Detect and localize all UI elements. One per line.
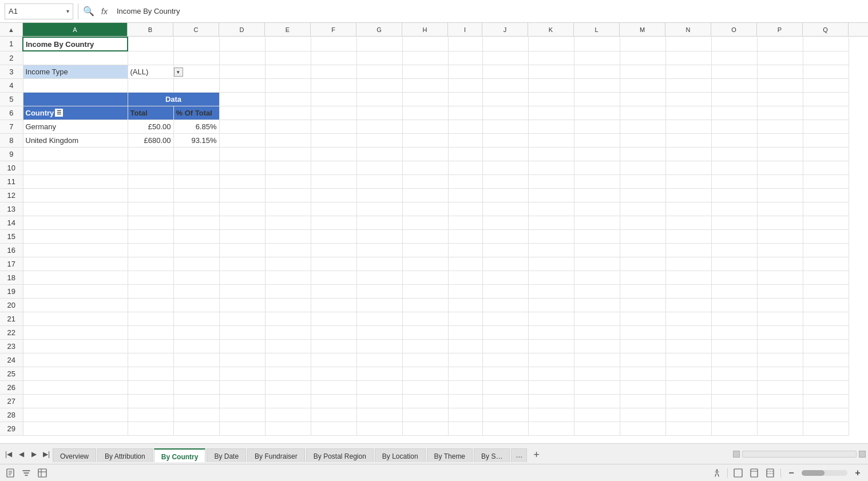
cell-n8[interactable] (665, 133, 711, 147)
cell-b8[interactable]: £680.00 (128, 133, 173, 147)
cell-h6[interactable] (402, 106, 448, 120)
filter-dropdown-arrow[interactable]: ▾ (174, 67, 183, 77)
zoom-icon[interactable]: 🔍 (83, 6, 94, 17)
formula-input[interactable] (114, 3, 863, 19)
cell-f2[interactable] (311, 51, 356, 65)
cell-i7[interactable] (448, 120, 482, 133)
h-scrollbar[interactable] (742, 451, 857, 458)
cell-h1[interactable] (402, 37, 448, 51)
cell-b1[interactable] (128, 37, 173, 51)
cell-l6[interactable] (574, 106, 620, 120)
cell-b4[interactable] (128, 78, 173, 92)
cell-k2[interactable] (528, 51, 574, 65)
col-header-a[interactable]: A (23, 23, 128, 36)
cell-o5[interactable] (711, 92, 757, 106)
cell-o2[interactable] (711, 51, 757, 65)
cell-o7[interactable] (711, 120, 757, 133)
cell-j8[interactable] (482, 133, 528, 147)
freeze-panes-icon[interactable] (37, 467, 48, 479)
cell-e8[interactable] (265, 133, 311, 147)
cell-k3[interactable] (528, 65, 574, 78)
col-header-j[interactable]: J (482, 23, 528, 36)
cell-a8[interactable]: United Kingdom (23, 133, 128, 147)
tab-nav-first[interactable]: |◀ (2, 448, 15, 460)
cell-g5[interactable] (356, 92, 402, 106)
col-header-m[interactable]: M (620, 23, 665, 36)
cell-f5[interactable] (311, 92, 356, 106)
cell-g1[interactable] (356, 37, 402, 51)
cell-q2[interactable] (803, 51, 849, 65)
cell-k6[interactable] (528, 106, 574, 120)
cell-a4[interactable] (23, 78, 128, 92)
cell-d6[interactable] (219, 106, 265, 120)
tab-more-button[interactable]: ··· (511, 448, 527, 462)
cell-b2[interactable] (128, 51, 173, 65)
col-header-f[interactable]: F (311, 23, 356, 36)
cell-i3[interactable] (448, 65, 482, 78)
cell-b5[interactable]: Data (128, 92, 219, 106)
cell-d2[interactable] (219, 51, 265, 65)
cell-p4[interactable] (757, 78, 803, 92)
cell-q1[interactable] (803, 37, 849, 51)
cell-m6[interactable] (620, 106, 665, 120)
cell-g2[interactable] (356, 51, 402, 65)
cell-l3[interactable] (574, 65, 620, 78)
cell-l4[interactable] (574, 78, 620, 92)
col-header-b[interactable]: B (128, 23, 173, 36)
cell-c4[interactable] (173, 78, 219, 92)
cell-j5[interactable] (482, 92, 528, 106)
cell-n4[interactable] (665, 78, 711, 92)
accessibility-icon[interactable] (711, 467, 723, 479)
cell-n3[interactable] (665, 65, 711, 78)
cell-a1[interactable]: Income By Country (23, 37, 128, 51)
cell-j6[interactable] (482, 106, 528, 120)
tab-by-s[interactable]: By S… (474, 448, 510, 462)
cell-f8[interactable] (311, 133, 356, 147)
tab-add-button[interactable]: + (528, 447, 544, 462)
tab-by-theme[interactable]: By Theme (427, 448, 473, 462)
cell-f4[interactable] (311, 78, 356, 92)
cell-l5[interactable] (574, 92, 620, 106)
cell-n2[interactable] (665, 51, 711, 65)
h-scroll-right[interactable] (859, 451, 866, 458)
cell-h4[interactable] (402, 78, 448, 92)
cell-g3[interactable] (356, 65, 402, 78)
page-break-button[interactable] (764, 467, 776, 479)
cell-m7[interactable] (620, 120, 665, 133)
cell-g8[interactable] (356, 133, 402, 147)
cell-n6[interactable] (665, 106, 711, 120)
col-header-q[interactable]: Q (803, 23, 849, 36)
col-header-n[interactable]: N (665, 23, 711, 36)
cell-g4[interactable] (356, 78, 402, 92)
col-header-d[interactable]: D (219, 23, 265, 36)
cell-b3[interactable]: (ALL) (128, 65, 173, 78)
tab-by-attribution[interactable]: By Attribution (97, 448, 153, 462)
col-header-o[interactable]: O (711, 23, 757, 36)
cell-k8[interactable] (528, 133, 574, 147)
cell-j4[interactable] (482, 78, 528, 92)
tab-by-fundraiser[interactable]: By Fundraiser (247, 448, 305, 462)
tab-by-location[interactable]: By Location (375, 448, 426, 462)
cell-e3[interactable] (265, 65, 311, 78)
cell-e5[interactable] (265, 92, 311, 106)
cell-c6[interactable]: % Of Total (173, 106, 219, 120)
cell-o4[interactable] (711, 78, 757, 92)
cell-k1[interactable] (528, 37, 574, 51)
cell-reference-box[interactable]: A1 ▾ (5, 3, 73, 19)
cell-q8[interactable] (803, 133, 849, 147)
tab-overview[interactable]: Overview (53, 448, 96, 462)
cell-f6[interactable] (311, 106, 356, 120)
cell-h3[interactable] (402, 65, 448, 78)
cell-i2[interactable] (448, 51, 482, 65)
cell-m3[interactable] (620, 65, 665, 78)
cell-k7[interactable] (528, 120, 574, 133)
cell-o3[interactable] (711, 65, 757, 78)
cell-q3[interactable] (803, 65, 849, 78)
cell-e4[interactable] (265, 78, 311, 92)
tab-by-country[interactable]: By Country (154, 448, 206, 462)
cell-c1[interactable] (173, 37, 219, 51)
cell-q5[interactable] (803, 92, 849, 106)
cell-a2[interactable] (23, 51, 128, 65)
h-scroll-left[interactable] (733, 451, 740, 458)
cell-h8[interactable] (402, 133, 448, 147)
